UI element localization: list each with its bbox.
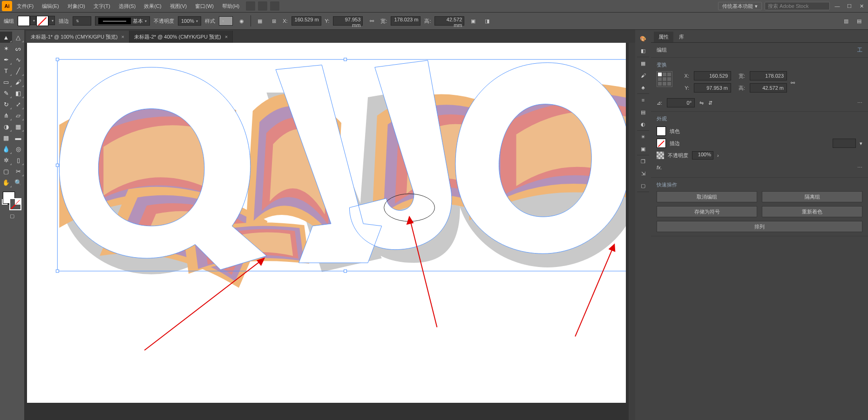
h-field[interactable]: 42.572 mm [434,16,464,26]
magic-wand-tool[interactable]: ✶ [0,43,12,54]
rectangle-tool[interactable]: ▭ [0,76,12,87]
align-icon[interactable]: ▦ [255,16,265,26]
close-tab-icon[interactable]: × [225,34,228,40]
screen-mode-button[interactable]: ▢ [0,210,24,221]
menu-effect[interactable]: 效果(C) [140,0,165,12]
menu-type[interactable]: 文字(T) [90,0,114,12]
prefs-icon[interactable]: ▤ [854,16,864,26]
canvas[interactable] [24,43,635,420]
tab-properties[interactable]: 属性 [654,32,673,42]
swatches-panel-icon[interactable]: ▦ [639,59,647,67]
workspace-switcher[interactable]: 传统基本功能▾ [718,2,762,10]
artboards-panel-icon[interactable]: ▢ [639,181,647,190]
minimize-icon[interactable]: — [833,3,842,9]
stroke-panel-icon[interactable]: ≡ [639,96,647,104]
blend-tool[interactable]: ◎ [12,143,24,154]
doc-setup-icon[interactable]: ▥ [841,16,851,26]
menu-select[interactable]: 选择(S) [115,0,140,12]
style-dropdown[interactable]: ▾ [219,16,233,26]
opacity-field[interactable]: 100%▾ [178,16,201,26]
fx-button[interactable]: fx. [657,165,662,170]
x-field[interactable]: 160.529 m [292,16,321,26]
y-field[interactable]: 97.953 mm [333,16,363,26]
fill-dropdown[interactable]: ▾ [30,16,36,25]
fill-swatch[interactable] [657,127,666,136]
zoom-tool[interactable]: 🔍 [12,177,24,188]
appearance-panel-icon[interactable]: ☀ [639,133,647,141]
stroke-swatch[interactable] [657,139,666,148]
save-as-symbol-button[interactable]: 存储为符号 [657,206,757,217]
line-tool[interactable]: ╱ [12,65,24,76]
color-panel-icon[interactable]: 🎨 [639,34,647,43]
fill-stroke-control[interactable] [0,191,24,211]
artboard-tool[interactable]: ▢ [0,166,12,177]
opacity-input[interactable]: 100% [692,151,713,160]
free-transform-tool[interactable]: ▱ [12,110,24,121]
stroke-weight-field[interactable]: ⇅ [73,16,91,26]
link-wh-icon[interactable]: ⚯ [791,80,795,86]
document-tab[interactable]: 未标题-2* @ 400% (CMYK/GPU 预览)× [129,31,233,43]
menu-file[interactable]: 文件(F) [13,0,37,12]
fill-swatch[interactable] [18,16,30,26]
close-icon[interactable]: ✕ [857,3,866,9]
arrange-icon[interactable] [270,1,279,11]
flip-h-icon[interactable]: ⇋ [699,100,704,106]
gradient-tool[interactable]: ▬ [12,132,24,143]
stroke-swatch[interactable] [36,16,48,26]
eraser-tool[interactable]: ◧ [12,87,24,99]
close-tab-icon[interactable]: × [122,34,124,40]
more-options-icon[interactable]: ⋯ [857,100,862,106]
mesh-tool[interactable]: ▩ [0,132,12,143]
lasso-tool[interactable]: ᔕ [12,43,24,54]
angle-input[interactable]: 0° [667,98,695,107]
shape-builder-tool[interactable]: ◑ [0,121,12,132]
link-wh-icon[interactable]: ⚯ [366,16,377,26]
paintbrush-tool[interactable]: 🖌 [12,76,24,87]
stroke-weight-dd[interactable]: ▾ [860,140,862,147]
isolate-group-button[interactable]: 隔离组 [762,191,862,202]
symbols-panel-icon[interactable]: ♣ [639,83,647,92]
transparency-panel-icon[interactable]: ◐ [639,120,647,128]
selection-tool[interactable]: ▲ [0,32,12,43]
eyedropper-tool[interactable]: 💧 [0,143,12,154]
menu-edit[interactable]: 编辑(E) [38,0,63,12]
isolate-icon[interactable]: ◨ [482,16,492,26]
recolor-icon[interactable]: ◉ [237,16,247,26]
tab-libraries[interactable]: 库 [674,32,689,42]
shaper-tool[interactable]: ✎ [0,87,12,99]
document-tab[interactable]: 未标题-1* @ 100% (CMYK/GPU 预览)× [26,31,129,43]
column-graph-tool[interactable]: ▯ [12,154,24,166]
menu-object[interactable]: 对象(O) [64,0,89,12]
transform-icon[interactable]: ▣ [468,16,478,26]
maximize-icon[interactable]: ☐ [845,3,854,9]
recolor-button[interactable]: 重新着色 [762,206,862,217]
menu-window[interactable]: 窗口(W) [191,0,217,12]
h-input[interactable]: 42.572 m [750,83,787,93]
gradient-panel-icon[interactable]: ▤ [639,108,647,116]
direct-selection-tool[interactable]: △ [12,32,24,43]
asset-export-icon[interactable]: ⇲ [639,169,647,178]
tool-options-link[interactable]: 工 [857,47,862,53]
color-guide-icon[interactable]: ◧ [639,47,647,55]
brushes-panel-icon[interactable]: 🖌 [639,71,647,80]
flip-v-icon[interactable]: ⇵ [708,100,712,106]
stroke-profile-dropdown[interactable]: 基本▾ [95,16,150,26]
perspective-tool[interactable]: ▦ [12,121,24,132]
curvature-tool[interactable]: ∿ [12,54,24,65]
stroke-dropdown[interactable]: ▾ [48,16,55,25]
arrange-button[interactable]: 排列 [657,221,862,232]
menu-help[interactable]: 帮助(H) [218,0,243,12]
bridge-icon[interactable] [246,1,255,11]
x-input[interactable]: 160.529 [694,71,731,80]
stroke-weight-input[interactable] [833,139,856,148]
scale-tool[interactable]: ⤢ [12,99,24,110]
pen-tool[interactable]: ✒ [0,54,12,65]
symbol-sprayer-tool[interactable]: ✲ [0,154,12,166]
more-options-icon[interactable]: ⋯ [857,165,862,171]
y-input[interactable]: 97.953 m [694,83,731,93]
ungroup-button[interactable]: 取消编组 [657,191,757,202]
width-tool[interactable]: ⋔ [0,110,12,121]
ref-point-icon[interactable]: ⊞ [269,16,279,26]
graphic-styles-icon[interactable]: ▣ [639,145,647,153]
stock-icon[interactable] [258,1,267,11]
